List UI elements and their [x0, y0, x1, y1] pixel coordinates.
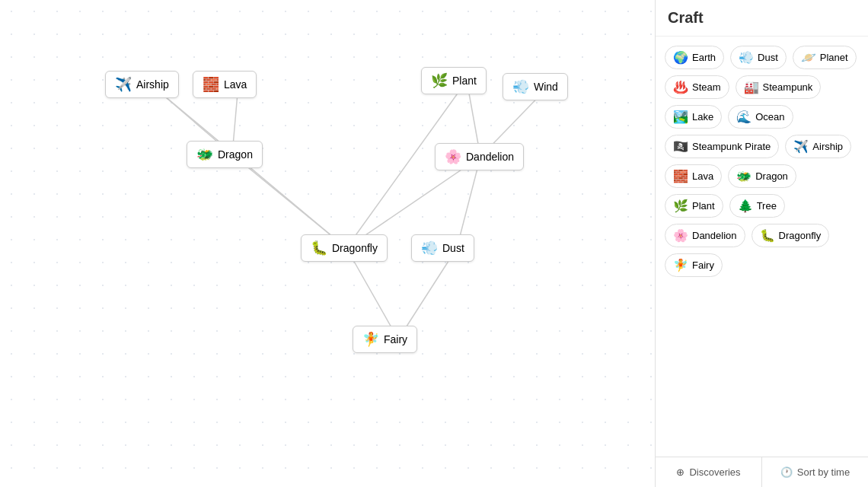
chip-icon-ocean: 🌊	[736, 110, 752, 124]
bottom-btn-label-sort-by-time: Sort by time	[797, 466, 850, 478]
chip-plant[interactable]: 🌿Plant	[665, 194, 723, 218]
node-airship[interactable]: ✈️Airship	[105, 71, 179, 98]
node-dragonfly[interactable]: 🐛Dragonfly	[301, 234, 388, 262]
chip-steampunk[interactable]: 🏭Steampunk	[736, 75, 822, 99]
chip-icon-dragonfly: 🐛	[760, 228, 775, 243]
node-dust[interactable]: 💨Dust	[411, 234, 474, 262]
node-label-fairy: Fairy	[384, 333, 407, 345]
chip-steam[interactable]: ♨️Steam	[665, 75, 729, 99]
chip-label-ocean: Ocean	[755, 111, 784, 123]
node-wind[interactable]: 💨Wind	[503, 73, 568, 100]
node-fairy[interactable]: 🧚Fairy	[353, 326, 417, 353]
elements-grid: 🌍Earth💨Dust🪐Planet♨️Steam🏭Steampunk🏞️Lak…	[656, 37, 868, 457]
node-icon-dragon: 🐲	[196, 146, 213, 163]
node-icon-airship: ✈️	[115, 76, 132, 93]
chip-lava[interactable]: 🧱Lava	[665, 164, 722, 188]
chip-dust[interactable]: 💨Dust	[730, 46, 787, 69]
node-icon-dust: 💨	[421, 240, 438, 256]
node-dandelion[interactable]: 🌸Dandelion	[435, 143, 524, 170]
node-plant[interactable]: 🌿Plant	[421, 67, 487, 94]
chip-lake[interactable]: 🏞️Lake	[665, 105, 722, 129]
chip-label-steam: Steam	[692, 81, 721, 93]
node-label-lava: Lava	[224, 78, 247, 91]
chip-label-fairy: Fairy	[692, 259, 714, 271]
chip-label-dragon: Dragon	[755, 170, 788, 182]
chip-icon-steampunk-pirate: 🏴‍☠️	[673, 139, 688, 154]
chip-icon-steampunk: 🏭	[744, 80, 759, 94]
chip-label-plant: Plant	[692, 200, 715, 212]
chip-dragonfly[interactable]: 🐛Dragonfly	[752, 224, 830, 247]
chip-label-tree: Tree	[757, 200, 777, 212]
node-label-dragon: Dragon	[218, 148, 253, 161]
bottom-btn-label-discoveries: Discoveries	[689, 466, 740, 478]
chip-label-dragonfly: Dragonfly	[779, 230, 822, 241]
node-dragon[interactable]: 🐲Dragon	[187, 141, 263, 168]
chip-label-steampunk-pirate: Steampunk Pirate	[692, 141, 771, 152]
chip-label-airship: Airship	[812, 141, 843, 152]
chip-label-lava: Lava	[692, 170, 713, 182]
chip-planet[interactable]: 🪐Planet	[793, 46, 857, 69]
canvas-area[interactable]: ✈️Airship🧱Lava🌿Plant💨Wind🐲Dragon🌸Dandeli…	[0, 0, 655, 487]
node-lava[interactable]: 🧱Lava	[193, 71, 257, 98]
sidebar-title: Craft	[656, 0, 868, 37]
node-icon-plant: 🌿	[431, 72, 448, 89]
chip-icon-plant: 🌿	[673, 199, 688, 213]
node-icon-dragonfly: 🐛	[311, 240, 327, 256]
chip-icon-dragon: 🐲	[736, 169, 752, 183]
chip-earth[interactable]: 🌍Earth	[665, 46, 724, 69]
node-icon-lava: 🧱	[203, 76, 219, 93]
node-label-plant: Plant	[452, 75, 477, 87]
bottom-btn-discoveries[interactable]: ⊕Discoveries	[656, 457, 762, 487]
bottom-bar: ⊕Discoveries🕐Sort by time	[656, 457, 868, 487]
node-label-dragonfly: Dragonfly	[332, 242, 378, 254]
node-icon-fairy: 🧚	[362, 331, 379, 348]
chip-icon-lava: 🧱	[673, 169, 688, 183]
chip-steampunk-pirate[interactable]: 🏴‍☠️Steampunk Pirate	[665, 135, 779, 158]
chip-icon-dust: 💨	[739, 50, 754, 65]
chip-airship[interactable]: ✈️Airship	[785, 135, 851, 158]
chip-icon-fairy: 🧚	[673, 258, 688, 272]
chip-icon-dandelion: 🌸	[673, 228, 688, 243]
node-label-wind: Wind	[534, 81, 558, 93]
chip-label-lake: Lake	[692, 111, 713, 123]
chip-icon-planet: 🪐	[801, 50, 816, 65]
node-label-airship: Airship	[136, 78, 169, 91]
chip-icon-lake: 🏞️	[673, 110, 688, 124]
chip-icon-steam: ♨️	[673, 80, 688, 94]
chip-label-earth: Earth	[692, 52, 716, 63]
bottom-btn-icon-sort-by-time: 🕐	[780, 466, 793, 478]
chip-icon-airship: ✈️	[793, 139, 809, 154]
node-label-dust: Dust	[442, 242, 464, 254]
chip-label-dust: Dust	[758, 52, 778, 63]
chip-icon-earth: 🌍	[673, 50, 688, 65]
node-label-dandelion: Dandelion	[466, 151, 514, 163]
chip-tree[interactable]: 🌲Tree	[729, 194, 785, 218]
bottom-btn-sort-by-time[interactable]: 🕐Sort by time	[762, 457, 868, 487]
sidebar: Craft 🌍Earth💨Dust🪐Planet♨️Steam🏭Steampun…	[655, 0, 868, 487]
node-icon-dandelion: 🌸	[445, 148, 461, 165]
chip-dandelion[interactable]: 🌸Dandelion	[665, 224, 745, 247]
chip-label-planet: Planet	[820, 52, 848, 63]
chip-fairy[interactable]: 🧚Fairy	[665, 253, 723, 277]
chip-dragon[interactable]: 🐲Dragon	[728, 164, 796, 188]
bottom-btn-icon-discoveries: ⊕	[676, 466, 685, 478]
chip-label-dandelion: Dandelion	[692, 230, 737, 241]
node-icon-wind: 💨	[512, 78, 529, 95]
chip-ocean[interactable]: 🌊Ocean	[728, 105, 793, 129]
chip-label-steampunk: Steampunk	[763, 81, 813, 93]
chip-icon-tree: 🌲	[738, 199, 753, 213]
